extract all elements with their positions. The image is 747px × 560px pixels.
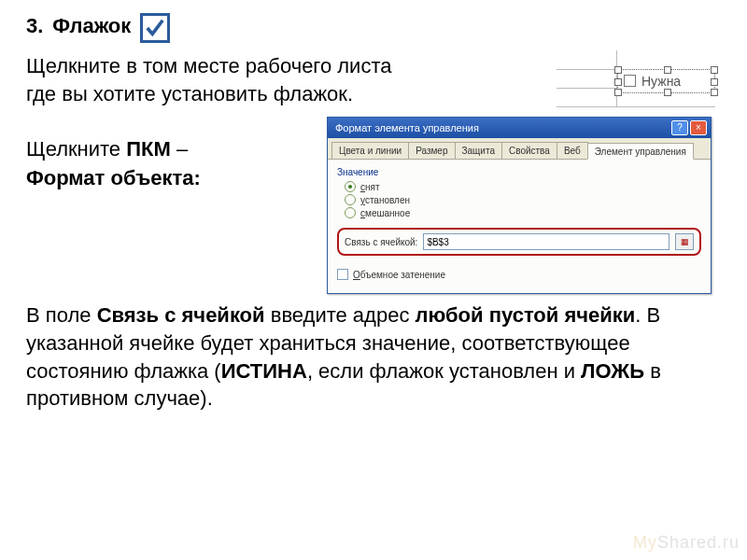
rmb-pkm: ПКМ — [126, 137, 171, 161]
dialog-body: Значение снят установлен смешанное Связь… — [328, 160, 711, 293]
radio1-rest: становлен — [365, 195, 410, 205]
radio-icon — [345, 207, 356, 218]
checkbox-icon — [337, 269, 348, 280]
dialog-tabs: Цвета и линии Размер Защита Свойства Веб… — [328, 138, 711, 160]
shadow-row[interactable]: Объемное затенение — [337, 269, 701, 280]
close-button[interactable]: × — [690, 120, 707, 135]
p2-b4: ЛОЖЬ — [581, 359, 644, 383]
radio-checked[interactable]: установлен — [345, 194, 701, 205]
p2-b2: любой пустой ячейки — [416, 303, 636, 327]
value-group-label: Значение — [337, 167, 701, 177]
cell-link-label: Связь с ячейкой: — [345, 237, 417, 247]
tab-properties[interactable]: Свойства — [501, 142, 557, 159]
checkbox-icon — [140, 13, 170, 43]
shadow-u: О — [353, 270, 360, 280]
radio-icon — [345, 181, 356, 192]
dialog-title: Формат элемента управления — [335, 122, 479, 133]
p2-b3: ИСТИНА — [221, 359, 307, 383]
radio-icon — [345, 194, 356, 205]
shadow-rest: бъемное затенение — [360, 270, 445, 280]
checkbox-label: Нужна — [641, 74, 681, 89]
rmb-rest: Формат объекта: — [26, 166, 201, 189]
form-checkbox-selected[interactable]: Нужна — [617, 69, 715, 93]
dialog-titlebar: Формат элемента управления ? × — [328, 118, 711, 138]
radio-mixed[interactable]: смешанное — [345, 207, 701, 218]
help-button[interactable]: ? — [671, 120, 688, 135]
paragraph-2: В поле Связь с ячейкой введите адрес люб… — [26, 301, 721, 413]
p2-t4: , если флажок установлен и — [307, 359, 581, 383]
radio-unchecked[interactable]: снят — [345, 181, 701, 192]
p2-b1: Связь с ячейкой — [97, 303, 265, 327]
worksheet-sample: Нужна — [557, 50, 715, 110]
watermark: MyShared.ru — [633, 533, 740, 553]
tab-protection[interactable]: Защита — [455, 142, 502, 159]
cell-link-input[interactable] — [423, 233, 669, 250]
format-control-dialog: Формат элемента управления ? × Цвета и л… — [327, 117, 712, 294]
watermark-right: Shared — [657, 533, 717, 552]
p2-t2: введите адрес — [265, 303, 416, 327]
tab-web[interactable]: Веб — [557, 142, 588, 159]
para1-line1: Щелкните в том месте рабочего листа — [26, 54, 391, 77]
watermark-left: My — [633, 533, 657, 552]
para1-line2: где вы хотите установить флажок. — [26, 82, 353, 105]
checkbox-icon — [624, 75, 636, 87]
cell-link-row: Связь с ячейкой: ▦ — [337, 228, 701, 256]
p2-t1: В поле — [26, 303, 97, 327]
heading-number: 3. — [26, 14, 43, 38]
section-heading: 3. Флажок — [26, 11, 721, 41]
radio0-rest: нят — [365, 182, 380, 192]
rmb-instruction: Щелкните ПКМ – Формат объекта: — [26, 117, 316, 193]
tab-colors-lines[interactable]: Цвета и линии — [331, 142, 409, 159]
radio2-rest: мешанное — [365, 208, 410, 218]
heading-title: Флажок — [52, 14, 131, 38]
tab-control[interactable]: Элемент управления — [587, 143, 694, 160]
rmb-dash: – — [171, 137, 188, 161]
rmb-prefix: Щелкните — [26, 137, 126, 161]
ref-picker-button[interactable]: ▦ — [675, 233, 694, 250]
tab-size[interactable]: Размер — [408, 142, 455, 159]
